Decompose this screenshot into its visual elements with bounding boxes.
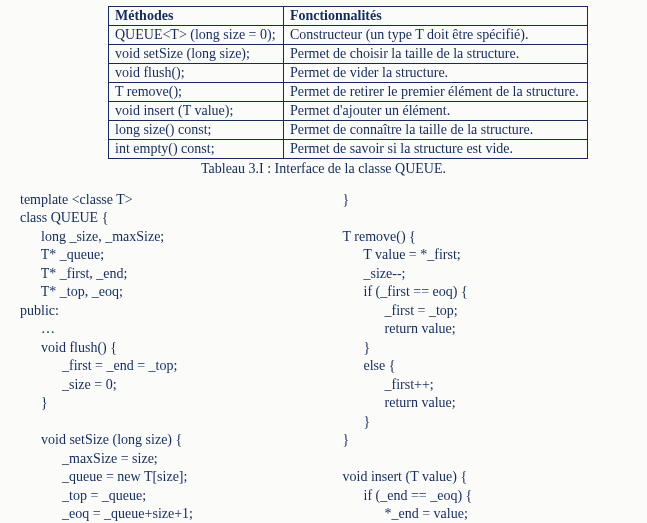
cell-feature: Constructeur (un type T doit être spécif… xyxy=(283,26,587,45)
table-row: void insert (T value); Permet d'ajouter … xyxy=(109,102,588,121)
interface-table: Méthodes Fonctionnalités QUEUE<T> (long … xyxy=(108,6,588,159)
cell-method: void flush(); xyxy=(109,64,284,83)
code-listing: template <classe T> class QUEUE { long _… xyxy=(20,191,637,523)
table-header-row: Méthodes Fonctionnalités xyxy=(109,7,588,26)
cell-feature: Permet de retirer le premier élément de … xyxy=(283,83,587,102)
cell-feature: Permet de savoir si la structure est vid… xyxy=(283,140,587,159)
cell-method: QUEUE<T> (long size = 0); xyxy=(109,26,284,45)
code-right-column: } T remove() { T value = *_first; _size-… xyxy=(343,191,638,523)
cell-feature: Permet d'ajouter un élément. xyxy=(283,102,587,121)
cell-feature: Permet de choisir la taille de la struct… xyxy=(283,45,587,64)
table-row: void flush(); Permet de vider la structu… xyxy=(109,64,588,83)
table-row: int empty() const; Permet de savoir si l… xyxy=(109,140,588,159)
table-row: T remove(); Permet de retirer le premier… xyxy=(109,83,588,102)
table-row: QUEUE<T> (long size = 0); Constructeur (… xyxy=(109,26,588,45)
cell-method: T remove(); xyxy=(109,83,284,102)
cell-method: void setSize (long size); xyxy=(109,45,284,64)
table-caption: Tableau 3.I : Interface de la classe QUE… xyxy=(10,161,637,177)
cell-method: int empty() const; xyxy=(109,140,284,159)
table-row: void setSize (long size); Permet de choi… xyxy=(109,45,588,64)
cell-feature: Permet de connaître la taille de la stru… xyxy=(283,121,587,140)
cell-method: long size() const; xyxy=(109,121,284,140)
cell-method: void insert (T value); xyxy=(109,102,284,121)
code-left-column: template <classe T> class QUEUE { long _… xyxy=(20,191,315,523)
cell-feature: Permet de vider la structure. xyxy=(283,64,587,83)
table-row: long size() const; Permet de connaître l… xyxy=(109,121,588,140)
header-methods: Méthodes xyxy=(109,7,284,26)
header-features: Fonctionnalités xyxy=(283,7,587,26)
